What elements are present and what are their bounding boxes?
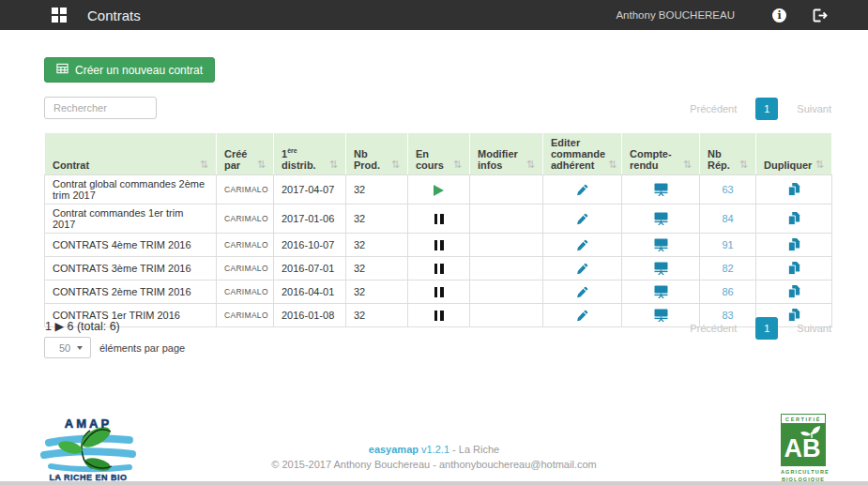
- col-header-editer-commande[interactable]: Editer commande adhérent⇅: [543, 133, 622, 175]
- edit-member-order-cell[interactable]: [543, 175, 622, 205]
- nb-responses-link[interactable]: 84: [722, 213, 733, 224]
- create-contract-button[interactable]: Créer un nouveau contrat: [44, 57, 215, 83]
- contract-status-cell[interactable]: [408, 205, 470, 234]
- report-screen-icon[interactable]: [654, 262, 668, 275]
- nb-responses-link[interactable]: 86: [722, 286, 733, 297]
- table-row: Contrat commandes 1er trim 2017CARIMALO2…: [45, 205, 832, 234]
- duplicate-copy-icon[interactable]: [787, 285, 800, 299]
- pagination-bottom: Précédent 1 Suivant: [690, 317, 831, 340]
- duplicate-copy-icon[interactable]: [787, 183, 800, 197]
- pause-icon[interactable]: [434, 287, 444, 297]
- col-header-nb-prod[interactable]: Nb Prod.⇅: [346, 133, 408, 175]
- col-header-compte-rendu[interactable]: Compte-rendu⇅: [622, 133, 700, 175]
- contract-author: CARIMALO: [217, 234, 274, 257]
- col-header-premiere-distrib[interactable]: 1ère distrib.⇅: [274, 133, 346, 175]
- contract-status-cell[interactable]: [408, 257, 470, 280]
- contract-first-distribution: 2017-01-06: [274, 205, 346, 234]
- edit-member-order-cell[interactable]: [543, 234, 622, 257]
- pause-icon[interactable]: [434, 311, 444, 321]
- pagination-page-1-top[interactable]: 1: [755, 98, 778, 120]
- pagination-next-bottom[interactable]: Suivant: [797, 323, 831, 334]
- edit-member-order-cell[interactable]: [543, 205, 622, 234]
- edit-pencil-icon[interactable]: [576, 286, 588, 298]
- nb-responses-cell: 82: [700, 257, 756, 280]
- duplicate-cell[interactable]: [756, 205, 832, 234]
- duplicate-copy-icon[interactable]: [787, 212, 800, 226]
- pagination-top: Précédent 1 Suivant: [690, 98, 831, 120]
- nb-responses-link[interactable]: 82: [722, 263, 733, 274]
- table-header-row: Contrat⇅ Créé par⇅ 1ère distrib.⇅ Nb Pro…: [45, 133, 832, 175]
- edit-pencil-icon[interactable]: [576, 239, 588, 251]
- contracts-tbody: Contrat global commandes 2ème trim 2017C…: [45, 175, 832, 327]
- results-summary: 1 ▶ 6 (total: 6): [45, 319, 120, 333]
- report-cell[interactable]: [622, 257, 700, 280]
- edit-pencil-icon[interactable]: [576, 213, 588, 225]
- window-bottom-edge: [0, 481, 868, 485]
- contract-status-cell[interactable]: [408, 280, 470, 304]
- report-screen-icon[interactable]: [654, 212, 668, 225]
- duplicate-copy-icon[interactable]: [787, 238, 800, 252]
- col-label: Nb Prod.: [354, 148, 388, 171]
- edit-pencil-icon[interactable]: [576, 263, 588, 275]
- contract-name: Contrat global commandes 2ème trim 2017: [45, 175, 217, 205]
- edit-pencil-icon[interactable]: [576, 184, 588, 196]
- duplicate-copy-icon[interactable]: [787, 262, 800, 276]
- pagination-previous-top[interactable]: Précédent: [690, 103, 737, 114]
- pagination-next-top[interactable]: Suivant: [797, 103, 831, 114]
- contract-first-distribution: 2016-07-01: [274, 257, 346, 280]
- pause-icon[interactable]: [434, 214, 444, 224]
- duplicate-cell[interactable]: [756, 175, 832, 205]
- col-header-nb-rep[interactable]: Nb Rép.⇅: [700, 133, 756, 175]
- nb-responses-link[interactable]: 91: [722, 239, 733, 250]
- report-cell[interactable]: [622, 304, 700, 327]
- duplicate-cell[interactable]: [756, 280, 832, 304]
- contract-nb-products: 32: [346, 304, 408, 327]
- footer: easyamap v1.2.1 - La Riche © 2015-2017 A…: [0, 444, 868, 470]
- edit-pencil-icon[interactable]: [576, 310, 588, 322]
- report-screen-icon[interactable]: [654, 238, 668, 251]
- play-icon[interactable]: [434, 185, 444, 196]
- contract-status-cell[interactable]: [408, 304, 470, 327]
- pause-icon[interactable]: [434, 240, 444, 250]
- report-screen-icon[interactable]: [654, 285, 668, 298]
- ab-square: AB: [781, 424, 826, 466]
- nb-responses-link[interactable]: 63: [722, 184, 733, 195]
- col-header-cree-par[interactable]: Créé par⇅: [217, 133, 274, 175]
- per-page-select[interactable]: 50: [44, 337, 91, 358]
- report-cell[interactable]: [622, 205, 700, 234]
- app-version: v1.2.1: [421, 444, 449, 455]
- edit-member-order-cell[interactable]: [543, 280, 622, 304]
- easyamap-link[interactable]: easyamap: [369, 444, 419, 455]
- pause-icon[interactable]: [434, 264, 444, 274]
- sort-icon: ⇅: [739, 159, 748, 171]
- pagination-previous-bottom[interactable]: Précédent: [690, 323, 737, 334]
- duplicate-cell[interactable]: [756, 257, 832, 280]
- report-cell[interactable]: [622, 175, 700, 205]
- contract-name: CONTRATS 4ème TRIM 2016: [45, 234, 217, 257]
- report-screen-icon[interactable]: [654, 309, 668, 322]
- nb-responses-cell: 63: [700, 175, 756, 205]
- search-input[interactable]: [44, 97, 157, 119]
- info-icon[interactable]: i: [772, 8, 786, 23]
- logout-icon[interactable]: [813, 8, 828, 23]
- col-header-contrat[interactable]: Contrat⇅: [45, 133, 217, 175]
- col-header-modifier-infos[interactable]: Modifier infos⇅: [470, 133, 543, 175]
- contract-first-distribution: 2016-10-07: [274, 234, 346, 257]
- report-cell[interactable]: [622, 234, 700, 257]
- contract-name: Contrat commandes 1er trim 2017: [45, 205, 217, 234]
- menu-grid-icon[interactable]: [52, 8, 67, 23]
- user-name[interactable]: Anthony BOUCHEREAU: [616, 9, 735, 21]
- pagination-page-1-bottom[interactable]: 1: [755, 317, 778, 340]
- contract-status-cell[interactable]: [408, 175, 470, 205]
- edit-member-order-cell[interactable]: [543, 257, 622, 280]
- edit-member-order-cell[interactable]: [543, 304, 622, 327]
- duplicate-cell[interactable]: [756, 234, 832, 257]
- col-header-dupliquer[interactable]: Dupliquer⇅: [756, 133, 832, 175]
- report-screen-icon[interactable]: [654, 183, 668, 196]
- nb-responses-cell: 84: [700, 205, 756, 234]
- report-cell[interactable]: [622, 280, 700, 304]
- col-header-en-cours[interactable]: En cours⇅: [408, 133, 470, 175]
- sort-icon: ⇅: [200, 159, 208, 171]
- contract-status-cell[interactable]: [408, 234, 470, 257]
- col-label: Modifier infos: [478, 148, 524, 171]
